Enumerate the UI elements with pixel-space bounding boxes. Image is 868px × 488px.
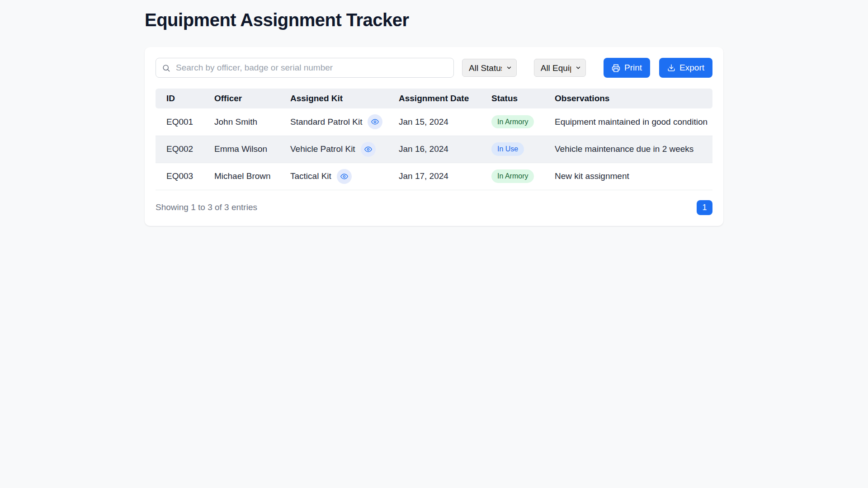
cell-assignment-date: Jan 15, 2024 <box>388 108 481 136</box>
equipment-filter-wrap: All Equipment <box>534 59 586 77</box>
table-row: EQ003 Michael Brown Tactical Kit Jan 17,… <box>156 163 712 190</box>
cell-assigned-kit: Tactical Kit <box>279 163 388 190</box>
print-button[interactable]: Print <box>604 58 650 78</box>
eye-icon <box>371 118 379 126</box>
page-content: Equipment Assignment Tracker All Status … <box>145 10 723 226</box>
entries-summary: Showing 1 to 3 of 3 entries <box>156 202 257 212</box>
toolbar: All Status All Equipment Print Export <box>156 58 712 78</box>
view-kit-button[interactable] <box>337 169 352 184</box>
pagination-page-1-button[interactable]: 1 <box>697 200 712 215</box>
download-icon <box>667 64 675 72</box>
search-icon <box>162 64 170 72</box>
tracker-card: All Status All Equipment Print Export <box>145 47 723 226</box>
cell-id: EQ002 <box>156 136 203 163</box>
search-input[interactable] <box>156 58 454 78</box>
cell-officer: John Smith <box>203 108 279 136</box>
export-button-label: Export <box>679 63 704 73</box>
printer-icon <box>612 64 620 72</box>
cell-id: EQ001 <box>156 108 203 136</box>
cell-id: EQ003 <box>156 163 203 190</box>
print-button-label: Print <box>624 63 642 73</box>
table-row: EQ001 John Smith Standard Patrol Kit Jan… <box>156 108 712 136</box>
column-header-id: ID <box>156 89 203 108</box>
cell-assigned-kit: Vehicle Patrol Kit <box>279 136 388 163</box>
cell-status: In Use <box>481 136 544 163</box>
column-header-assignment-date: Assignment Date <box>388 89 481 108</box>
table-footer: Showing 1 to 3 of 3 entries 1 <box>156 200 712 215</box>
table-row: EQ002 Emma Wilson Vehicle Patrol Kit Jan… <box>156 136 712 163</box>
cell-officer: Emma Wilson <box>203 136 279 163</box>
export-button[interactable]: Export <box>659 58 712 78</box>
status-badge: In Use <box>491 142 524 155</box>
column-header-assigned-kit: Assigned Kit <box>279 89 388 108</box>
status-filter-wrap: All Status <box>462 59 517 77</box>
column-header-observations: Observations <box>544 89 712 108</box>
table-header-row: IDOfficerAssigned KitAssignment DateStat… <box>156 89 712 108</box>
cell-observations: Vehicle maintenance due in 2 weeks <box>544 136 712 163</box>
equipment-filter-select[interactable]: All Equipment <box>534 59 586 77</box>
table-body: EQ001 John Smith Standard Patrol Kit Jan… <box>156 108 712 190</box>
view-kit-button[interactable] <box>368 114 382 129</box>
page-title: Equipment Assignment Tracker <box>145 10 723 30</box>
kit-name: Standard Patrol Kit <box>290 117 362 127</box>
cell-status: In Armory <box>481 108 544 136</box>
table-head: IDOfficerAssigned KitAssignment DateStat… <box>156 89 712 108</box>
cell-assignment-date: Jan 16, 2024 <box>388 136 481 163</box>
status-badge: In Armory <box>491 169 534 183</box>
cell-assignment-date: Jan 17, 2024 <box>388 163 481 190</box>
cell-officer: Michael Brown <box>203 163 279 190</box>
view-kit-button[interactable] <box>361 142 376 157</box>
status-filter-select[interactable]: All Status <box>462 59 517 77</box>
eye-icon <box>364 145 372 153</box>
kit-name: Vehicle Patrol Kit <box>290 144 355 154</box>
status-badge: In Armory <box>491 115 534 128</box>
column-header-status: Status <box>481 89 544 108</box>
column-header-officer: Officer <box>203 89 279 108</box>
cell-observations: Equipment maintained in good condition <box>544 108 712 136</box>
cell-observations: New kit assignment <box>544 163 712 190</box>
cell-assigned-kit: Standard Patrol Kit <box>279 108 388 136</box>
cell-status: In Armory <box>481 163 544 190</box>
eye-icon <box>340 173 348 180</box>
equipment-table: IDOfficerAssigned KitAssignment DateStat… <box>156 89 712 190</box>
kit-name: Tactical Kit <box>290 171 331 181</box>
search-field-wrap <box>156 58 454 78</box>
